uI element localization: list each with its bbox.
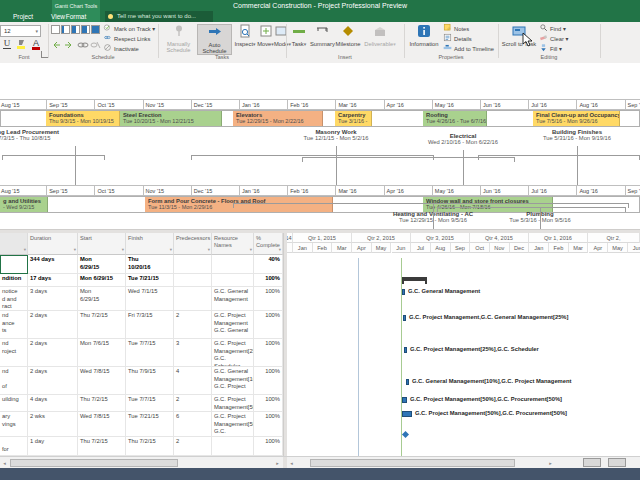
percent-100-button[interactable] [91, 25, 100, 34]
cell-pct-row5[interactable]: 100% [254, 339, 283, 367]
filter-arrow-icon[interactable]: ▾ [279, 247, 281, 254]
underline-button[interactable]: U [1, 38, 13, 51]
cell-res-row3[interactable]: G.C. General Management [212, 287, 254, 311]
cell-duration-row3[interactable]: 3 days [28, 287, 78, 311]
gantt-task-bar-2[interactable] [403, 315, 406, 321]
font-size-combobox[interactable]: 12 ▾ [0, 25, 41, 37]
cell-duration-row8[interactable]: 2 wks [28, 412, 78, 437]
schedule-inactivate[interactable]: Inactivate [103, 44, 155, 54]
cell-pred-row3[interactable] [174, 287, 212, 311]
cell-finish-row1[interactable]: Thu 10/20/16 [126, 255, 174, 274]
percent-75-button[interactable] [81, 25, 90, 34]
cell-duration-row2[interactable]: 17 days [28, 274, 78, 287]
cell-res-row5[interactable]: G.C. Project Management[25 G.C. Schedule… [212, 339, 254, 367]
column-header-finish[interactable]: Finish▾ [126, 233, 174, 255]
gantt-milestone-marker[interactable] [402, 431, 409, 438]
cell-pred-row7[interactable]: 2 [174, 395, 212, 412]
cell-finish-row7[interactable]: Tue 7/7/15 [126, 395, 174, 412]
cell-res-row9[interactable] [212, 437, 254, 456]
column-header-duration[interactable]: Duration▾ [28, 233, 78, 255]
gantt-scrollbar-thumb[interactable] [310, 459, 515, 467]
cell-name-row4[interactable]: nd ance ts [0, 311, 28, 339]
column-header-start[interactable]: Start▾ [78, 233, 126, 255]
table-scroll-left-arrow[interactable]: ◂ [0, 459, 9, 467]
gantt-task-bar-6[interactable] [402, 411, 412, 417]
cell-name-row1[interactable] [0, 255, 28, 274]
timeline-bar-carpentry[interactable]: CarpentryTue 3/1/16 - [335, 111, 372, 126]
cell-res-row2[interactable] [212, 274, 254, 287]
timeline-bar-window-wall-and-store-front-closures[interactable]: Window wall and store front closuresTue … [423, 197, 553, 212]
insert-deliverable-button[interactable]: Deliverable▾ [362, 24, 398, 55]
filter-arrow-icon[interactable]: ▾ [208, 247, 210, 254]
auto-schedule-button[interactable]: Auto Schedule [197, 24, 232, 55]
cell-pred-row5[interactable]: 3 [174, 339, 212, 367]
cell-finish-row6[interactable]: Thu 7/9/15 [126, 367, 174, 395]
cell-start-row1[interactable]: Mon 6/29/15 [78, 255, 126, 274]
gantt-summary-bar[interactable] [402, 277, 427, 281]
cell-duration-row7[interactable]: 4 days [28, 395, 78, 412]
cell-pct-row1[interactable]: 40% [254, 255, 283, 274]
column-header-res[interactable]: Resource Names▾ [212, 233, 254, 255]
cell-res-row8[interactable]: G.C. Project Management[50 G.C. [212, 412, 254, 437]
cell-finish-row5[interactable]: Tue 7/7/15 [126, 339, 174, 367]
insert-task-button[interactable]: Task▾ [289, 24, 309, 55]
cell-pct-row7[interactable]: 100% [254, 395, 283, 412]
tab-project[interactable]: Project [4, 11, 42, 22]
tab-format[interactable]: Format [56, 11, 96, 22]
cell-name-row2[interactable]: ndition [0, 274, 28, 287]
cell-res-row7[interactable]: G.C. Project Management[50 [212, 395, 254, 412]
cell-name-row7[interactable]: uilding [0, 395, 28, 412]
cell-finish-row9[interactable]: Thu 7/2/15 [126, 437, 174, 456]
cell-res-row1[interactable] [212, 255, 254, 274]
cell-res-row4[interactable]: G.C. Project Management G.C. General [212, 311, 254, 339]
cell-start-row2[interactable]: Mon 6/29/15 [78, 274, 126, 287]
cell-start-row5[interactable]: Mon 7/6/15 [78, 339, 126, 367]
timeline-pane[interactable]: Aug '15Sep '15Oct '15Nov '15Dec '15Jan '… [0, 63, 640, 229]
cell-start-row7[interactable]: Thu 7/2/15 [78, 395, 126, 412]
insert-milestone-button[interactable]: Milestone [335, 24, 361, 55]
cell-duration-row5[interactable]: 2 days [28, 339, 78, 367]
column-header-pct[interactable]: % Complete▾ [254, 233, 283, 255]
cell-start-row6[interactable]: Wed 7/8/15 [78, 367, 126, 395]
cell-name-row9[interactable]: for [0, 437, 28, 456]
cell-name-row5[interactable]: nd roject [0, 339, 28, 367]
cell-finish-row4[interactable]: Fri 7/3/15 [126, 311, 174, 339]
percent-50-button[interactable] [71, 25, 80, 34]
cell-finish-row8[interactable]: Tue 7/21/15 [126, 412, 174, 437]
table-scroll-right-arrow[interactable]: ▸ [273, 459, 282, 467]
cell-pct-row2[interactable]: 100% [254, 274, 283, 287]
cell-pred-row4[interactable]: 2 [174, 311, 212, 339]
manually-schedule-button[interactable]: Manually Schedule [161, 24, 196, 55]
column-header-pred[interactable]: Predecessors▾ [174, 233, 212, 255]
highlight-color-button[interactable] [14, 38, 28, 51]
table-scrollbar-thumb[interactable] [10, 459, 178, 467]
cell-pct-row6[interactable]: 100% [254, 367, 283, 395]
filter-arrow-icon[interactable]: ▾ [74, 247, 76, 254]
cell-start-row4[interactable]: Thu 7/2/15 [78, 311, 126, 339]
cell-duration-row6[interactable]: 2 days [28, 367, 78, 395]
percent-0-button[interactable] [51, 25, 60, 34]
cell-res-row6[interactable]: G.C. General Management[10 G.C. Project [212, 367, 254, 395]
gantt-scroll-left-arrow[interactable]: ◂ [287, 459, 296, 467]
editing-fill[interactable]: Fill ▾ [539, 44, 568, 54]
cell-pct-row3[interactable]: 100% [254, 287, 283, 311]
cell-name-row6[interactable]: nd of [0, 367, 28, 395]
percent-25-button[interactable] [61, 25, 70, 34]
timeline-bar-steel-erection[interactable]: Steel ErectionTue 10/20/15 - Mon 12/21/1… [120, 111, 222, 126]
gantt-task-bar-4[interactable] [406, 379, 409, 385]
tell-me-box[interactable]: Tell me what you want to do... [105, 11, 213, 22]
cell-duration-row9[interactable]: 1 day [28, 437, 78, 456]
mode-button[interactable]: Mode▾ [274, 24, 286, 55]
cell-duration-row1[interactable]: 344 days [28, 255, 78, 274]
inspect-button[interactable]: Inspect▾ [233, 24, 257, 55]
information-button[interactable]: Information [407, 24, 441, 55]
gantt-scroll-right-arrow[interactable]: ▸ [546, 459, 555, 467]
cell-start-row3[interactable]: Mon 6/29/15 [78, 287, 126, 311]
gantt-task-bar-1[interactable] [402, 289, 405, 295]
timeline-bar-final-clean-up-and-occupancy[interactable]: Final Clean-up and OccupancyTue 7/5/16 -… [533, 111, 620, 126]
timeline-callout-long-lead-procurement[interactable]: Long Lead ProcurementFri 7/3/15 - Thu 10… [0, 129, 160, 141]
insert-summary-button[interactable]: Summary [310, 24, 334, 55]
gantt-task-bar-5[interactable] [402, 397, 407, 403]
timeline-bar-g-and-utilities[interactable]: g and Utilities- Wed 9/2/15 [0, 197, 48, 212]
view-shortcut-icon-1[interactable] [583, 458, 601, 467]
